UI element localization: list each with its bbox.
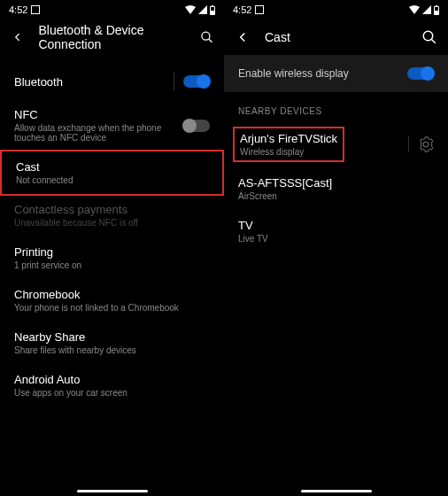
screenshot-icon <box>31 5 40 14</box>
page-title: Cast <box>265 30 290 44</box>
search-icon[interactable] <box>421 29 437 45</box>
settings-screen-left: 4:52 Bluetooth & Device Connection Bluet… <box>0 0 224 496</box>
battery-icon <box>210 5 215 15</box>
status-bar: 4:52 <box>0 0 224 19</box>
device-title: Arjun's FireTVStick <box>240 132 337 145</box>
svg-point-8 <box>423 31 433 41</box>
battery-icon <box>434 5 439 15</box>
svg-line-4 <box>208 39 212 43</box>
setting-subtitle: 1 print service on <box>14 260 210 270</box>
device-tv[interactable]: TV Live TV <box>224 210 448 252</box>
device-firetvstick[interactable]: Arjun's FireTVStick Wireless display <box>224 121 448 167</box>
setting-title: NFC <box>14 108 183 121</box>
device-subtitle: Wireless display <box>240 147 337 157</box>
divider <box>174 73 174 90</box>
setting-title: Nearby Share <box>14 330 210 344</box>
enable-wireless-display-bar[interactable]: Enable wireless display <box>224 55 448 92</box>
wireless-display-toggle[interactable] <box>407 67 434 80</box>
back-icon[interactable] <box>11 29 24 45</box>
status-time: 4:52 <box>233 4 251 15</box>
signal-icon <box>422 5 431 14</box>
svg-line-9 <box>431 39 436 43</box>
setting-android-auto[interactable]: Android Auto Use apps on your car screen <box>0 364 224 407</box>
status-bar: 4:52 <box>224 0 448 19</box>
setting-subtitle: Not connected <box>16 175 208 185</box>
setting-chromebook[interactable]: Chromebook Your phone is not linked to a… <box>0 279 224 322</box>
setting-title: Printing <box>14 245 210 259</box>
header: Bluetooth & Device Connection <box>0 19 224 55</box>
nav-bar[interactable] <box>77 490 148 492</box>
svg-rect-6 <box>436 5 437 6</box>
setting-cast[interactable]: Cast Not connected <box>0 150 224 196</box>
nav-bar[interactable] <box>301 490 372 492</box>
svg-point-3 <box>202 32 210 40</box>
svg-rect-7 <box>435 7 438 11</box>
setting-title: Android Auto <box>14 373 210 386</box>
gear-icon <box>418 136 434 152</box>
setting-subtitle: Your phone is not linked to a Chromebook <box>14 303 210 313</box>
setting-subtitle: Allow data exchange when the phone touch… <box>14 123 183 143</box>
cast-screen-right: 4:52 Cast Enable wireless display NEARBY… <box>224 0 448 496</box>
device-airscreen[interactable]: AS-AFTSSS[Cast] AirScreen <box>224 167 448 210</box>
screenshot-icon <box>255 5 264 14</box>
status-time: 4:52 <box>9 4 27 15</box>
svg-rect-2 <box>211 7 214 11</box>
svg-rect-1 <box>212 5 213 6</box>
nearby-devices-header: NEARBY DEVICES <box>224 92 448 121</box>
setting-subtitle: Use apps on your car screen <box>14 388 210 398</box>
header: Cast <box>224 19 448 55</box>
bluetooth-toggle[interactable] <box>183 75 210 88</box>
nfc-toggle[interactable] <box>183 120 210 132</box>
setting-title: Bluetooth <box>14 75 174 89</box>
setting-title: Cast <box>16 160 208 174</box>
back-icon[interactable] <box>235 29 251 45</box>
setting-nearby-share[interactable]: Nearby Share Share files with nearby dev… <box>0 322 224 364</box>
setting-contactless-payments: Contactless payments Unavailable because… <box>0 194 224 236</box>
device-subtitle: AirScreen <box>238 191 332 201</box>
status-right-icons <box>185 5 215 15</box>
settings-list: Bluetooth NFC Allow data exchange when t… <box>0 55 224 415</box>
setting-subtitle: Share files with nearby devices <box>14 345 210 355</box>
status-right-icons <box>409 5 439 15</box>
setting-subtitle: Unavailable because NFC is off <box>14 218 210 228</box>
wifi-icon <box>409 5 420 14</box>
device-title: TV <box>238 219 268 232</box>
page-title: Bluetooth & Device Connection <box>38 23 185 51</box>
signal-icon <box>198 5 207 14</box>
setting-title: Contactless payments <box>14 203 210 216</box>
device-subtitle: Live TV <box>238 234 268 244</box>
setting-bluetooth[interactable]: Bluetooth <box>0 64 224 99</box>
setting-printing[interactable]: Printing 1 print service on <box>0 236 224 279</box>
wifi-icon <box>185 5 196 14</box>
setting-nfc[interactable]: NFC Allow data exchange when the phone t… <box>0 99 224 151</box>
device-title: AS-AFTSSS[Cast] <box>238 176 332 190</box>
device-settings-button[interactable] <box>408 136 434 152</box>
setting-title: Chromebook <box>14 288 210 301</box>
enable-label: Enable wireless display <box>238 67 349 80</box>
search-icon[interactable] <box>200 29 213 45</box>
